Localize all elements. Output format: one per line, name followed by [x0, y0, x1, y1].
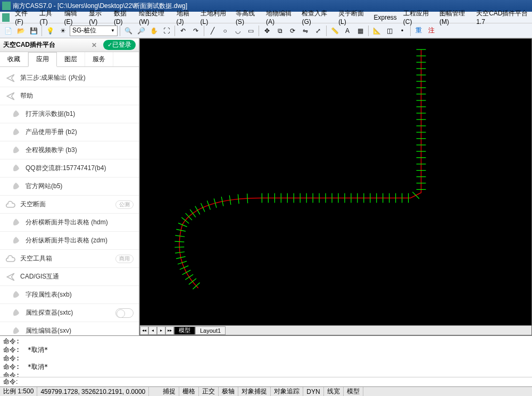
menu-item-15[interactable]: 天空CAD插件平台1.7 [473, 12, 532, 23]
leaf-icon [11, 181, 21, 192]
menu-item-10[interactable]: 检查入库(G) [298, 12, 335, 23]
menu-item-1[interactable]: 工具(T) [36, 12, 61, 23]
status-toggle-6[interactable]: DYN [303, 387, 323, 396]
sidebar-item-8[interactable]: 分析横断面并导出表格 (hdm) [0, 214, 139, 232]
menu-item-6[interactable]: 地籍(J) [173, 12, 197, 23]
tab-model[interactable]: 模型 [174, 326, 195, 335]
sidebar-close-icon[interactable]: ✕ [92, 41, 97, 49]
save-button[interactable]: 💾 [28, 25, 39, 37]
open-button[interactable]: 📂 [15, 25, 27, 37]
menu-item-9[interactable]: 地物编辑(A) [263, 12, 299, 23]
nav-icon [5, 73, 16, 83]
zoom-extents-button[interactable]: ⛶ [161, 25, 172, 37]
status-toggle-3[interactable]: 极轴 [219, 387, 238, 396]
drawing-canvas[interactable] [140, 39, 531, 325]
leaf-icon [11, 326, 21, 336]
menu-item-4[interactable]: 数据(D) [111, 12, 136, 23]
menu-item-3[interactable]: 显示(V) [86, 12, 111, 23]
move-button[interactable]: ✥ [261, 25, 273, 37]
note-button[interactable]: 注 [426, 25, 437, 37]
pan-button[interactable]: ✋ [148, 25, 160, 37]
status-toggle-8[interactable]: 模型 [344, 387, 363, 396]
menu-item-13[interactable]: 工程应用(C) [400, 12, 436, 23]
sidebar-tab-1[interactable]: 应用 [28, 52, 57, 67]
sidebar-tab-3[interactable]: 服务 [85, 52, 113, 66]
status-toggle-5[interactable]: 对象追踪 [271, 387, 303, 396]
drawing-wrap: ◂◂ ◂ ▸ ▸▸ 模型 Layout1 [139, 38, 532, 335]
status-toggle-0[interactable]: 捕捉 [160, 387, 179, 396]
tab-last-button[interactable]: ▸▸ [165, 326, 174, 335]
command-input[interactable]: 命令: [0, 377, 532, 386]
main-area: 天空CAD插件平台 ✕ ✓已登录 收藏应用图层服务 第三步:成果输出 (内业)帮… [0, 38, 532, 335]
sidebar-item-6[interactable]: 官方网站(b5) [0, 178, 139, 196]
sun-button[interactable]: ☀ [57, 25, 69, 37]
text-button[interactable]: A [342, 25, 353, 37]
zoom-out-button[interactable]: 🔎 [135, 25, 147, 37]
menu-bar: 文件(F)工具(T)编辑(E)显示(V)数据(D)绘图处理(W)地籍(J)土地利… [0, 12, 532, 23]
block-button[interactable]: ◫ [384, 25, 395, 37]
status-toggle-7[interactable]: 线宽 [324, 387, 344, 396]
sidebar-item-7[interactable]: 天空断面公测 [0, 196, 139, 214]
sidebar-item-10[interactable]: 天空工具箱商用 [0, 250, 139, 268]
login-badge[interactable]: ✓已登录 [103, 40, 136, 50]
svg-line-56 [174, 247, 184, 248]
sidebar-item-3[interactable]: 产品使用手册 (b2) [0, 123, 139, 141]
menu-item-12[interactable]: Express [370, 12, 400, 23]
dim-button[interactable]: 📏 [329, 25, 340, 37]
sidebar-item-1[interactable]: 帮助 [0, 87, 139, 105]
tab-prev-button[interactable]: ◂ [148, 326, 157, 335]
measure-button[interactable]: 📐 [371, 25, 383, 37]
tab-first-button[interactable]: ◂◂ [140, 326, 148, 335]
menu-item-2[interactable]: 编辑(E) [61, 12, 86, 23]
point-button[interactable]: • [396, 25, 408, 37]
status-toggle-1[interactable]: 栅格 [179, 387, 199, 396]
sidebar-tab-0[interactable]: 收藏 [0, 52, 28, 66]
sidebar-item-5[interactable]: QQ群交流群:157747417(b4) [0, 159, 139, 178]
tab-next-button[interactable]: ▸ [157, 326, 165, 335]
toolbar: 📄 📂 💾 💡 ☀ SG-桩位▼ 🔍 🔎 ✋ ⛶ ↶ ↷ ╱ ○ ◡ ▭ ✥ ⧉… [0, 23, 532, 38]
sidebar-item-2[interactable]: 打开演示数据(b1) [0, 105, 139, 123]
redo-button[interactable]: ↷ [190, 25, 202, 37]
scale-button[interactable]: ⤢ [312, 25, 324, 37]
hatch-button[interactable]: ▦ [354, 25, 366, 37]
sidebar-item-0[interactable]: 第三步:成果输出 (内业) [0, 69, 139, 87]
menu-item-8[interactable]: 等高线(S) [232, 12, 263, 23]
svg-line-57 [174, 241, 184, 242]
cloud-icon [5, 199, 16, 210]
sidebar-item-11[interactable]: CAD/GIS互通 [0, 268, 139, 286]
menu-item-11[interactable]: 灵宇断面(L) [335, 12, 370, 23]
mirror-button[interactable]: ⇋ [300, 25, 311, 37]
svg-line-50 [185, 274, 193, 280]
sidebar-item-14[interactable]: 属性编辑器(sxv) [0, 322, 139, 335]
sidebar-item-13[interactable]: 属性探查器(sxtc) [0, 304, 139, 322]
bulb-button[interactable]: 💡 [44, 25, 56, 37]
sidebar-item-label: 全程视频教学 (b3) [26, 146, 134, 155]
zoom-in-button[interactable]: 🔍 [122, 25, 134, 37]
line-button[interactable]: ╱ [206, 25, 218, 37]
toggle[interactable] [115, 308, 134, 318]
sidebar-item-label: 官方网站(b5) [26, 182, 134, 191]
command-history: 命令: 命令: *取消* 命令: 命令: *取消* 命令: 命令: *取消* 命… [0, 336, 532, 377]
new-button[interactable]: 📄 [2, 25, 14, 37]
status-toggle-4[interactable]: 对象捕捉 [238, 387, 271, 396]
undo-button[interactable]: ↶ [177, 25, 189, 37]
menu-item-0[interactable]: 文件(F) [12, 12, 36, 23]
drawing-svg [140, 39, 531, 325]
sidebar-item-9[interactable]: 分析纵断面并导出表格 (zdm) [0, 232, 139, 250]
copy-button[interactable]: ⧉ [274, 25, 286, 37]
sidebar-tab-2[interactable]: 图层 [57, 52, 85, 66]
heavy-button[interactable]: 重 [413, 25, 425, 37]
sidebar-item-4[interactable]: 全程视频教学 (b3) [0, 141, 139, 159]
rotate-button[interactable]: ⟳ [287, 25, 298, 37]
rect-button[interactable]: ▭ [245, 25, 256, 37]
status-toggle-2[interactable]: 正交 [199, 387, 219, 396]
arc-button[interactable]: ◡ [232, 25, 244, 37]
menu-item-7[interactable]: 土地利用(L) [197, 12, 232, 23]
circle-button[interactable]: ○ [219, 25, 231, 37]
layer-combo[interactable]: SG-桩位▼ [70, 26, 118, 36]
sidebar-item-12[interactable]: 字段属性表(sxb) [0, 286, 139, 304]
menu-item-5[interactable]: 绘图处理(W) [136, 12, 173, 23]
tab-layout1[interactable]: Layout1 [195, 326, 226, 335]
leaf-icon [11, 163, 21, 174]
menu-item-14[interactable]: 图幅管理(M) [436, 12, 473, 23]
